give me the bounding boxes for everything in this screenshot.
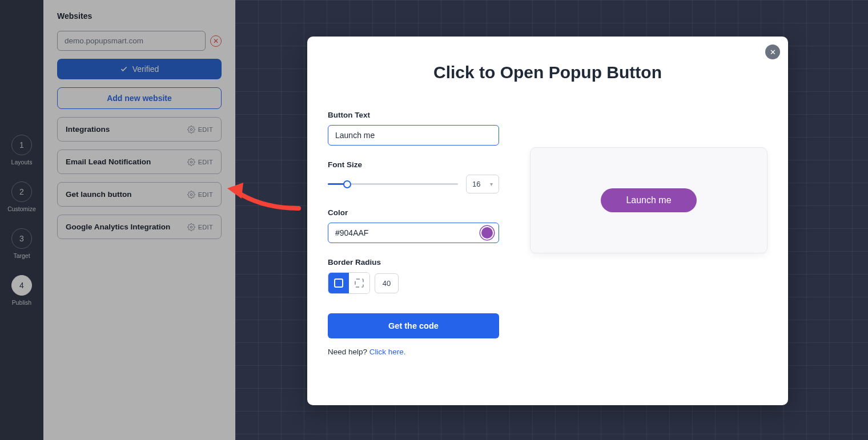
- button-text-input[interactable]: [328, 125, 499, 146]
- panel-integrations[interactable]: Integrations EDIT: [57, 117, 222, 142]
- step-label: Publish: [12, 299, 31, 306]
- modal-close-button[interactable]: ✕: [765, 45, 780, 59]
- svg-point-1: [190, 161, 192, 163]
- square-dashed-icon: [355, 278, 364, 288]
- panel-launch-button[interactable]: Get launch button EDIT: [57, 182, 222, 207]
- font-size-slider[interactable]: [328, 180, 458, 189]
- panel-title: Google Analytics Integration: [66, 223, 170, 231]
- form-column: Button Text Font Size 16 Color: [328, 111, 499, 356]
- panel-email-lead[interactable]: Email Lead Notification EDIT: [57, 150, 222, 174]
- color-input[interactable]: [335, 228, 480, 237]
- step-circle: 4: [11, 275, 32, 296]
- radius-filled-button[interactable]: [328, 273, 349, 293]
- website-row: ✕: [57, 31, 222, 51]
- stepper-nav: 1 Layouts 2 Customize 3 Target 4 Publish: [0, 0, 43, 440]
- button-text-label: Button Text: [328, 111, 499, 119]
- verified-label: Verified: [132, 64, 159, 74]
- verified-button[interactable]: Verified: [57, 59, 222, 79]
- font-size-group: Font Size 16: [328, 160, 499, 193]
- sidebar: Websites ✕ Verified Add new website Inte…: [43, 0, 235, 440]
- gear-icon: [187, 158, 195, 166]
- close-icon: ✕: [213, 38, 219, 45]
- panel-edit: EDIT: [187, 223, 213, 231]
- color-group: Color: [328, 208, 499, 243]
- close-icon: ✕: [770, 48, 776, 56]
- svg-point-0: [190, 128, 192, 131]
- svg-point-3: [190, 226, 192, 228]
- get-code-button[interactable]: Get the code: [328, 313, 499, 338]
- help-text: Need help? Click here.: [328, 348, 499, 356]
- panel-edit: EDIT: [187, 126, 213, 134]
- step-label: Layouts: [11, 159, 33, 165]
- add-website-button[interactable]: Add new website: [57, 87, 222, 109]
- gear-icon: [187, 191, 195, 199]
- preview-launch-button[interactable]: Launch me: [601, 188, 696, 212]
- border-radius-label: Border Radius: [328, 258, 499, 267]
- color-swatch[interactable]: [480, 226, 494, 240]
- website-input[interactable]: [57, 31, 206, 51]
- svg-point-2: [190, 193, 192, 196]
- radius-toggle: [328, 272, 370, 294]
- check-icon: [120, 65, 128, 73]
- help-link[interactable]: Click here.: [369, 348, 406, 356]
- border-radius-input[interactable]: [375, 273, 399, 293]
- panel-title: Get launch button: [66, 190, 132, 199]
- panel-title: Email Lead Notification: [66, 158, 151, 166]
- step-target[interactable]: 3 Target: [11, 228, 32, 259]
- color-input-wrap: [328, 223, 499, 243]
- step-layouts[interactable]: 1 Layouts: [11, 135, 33, 165]
- slider-thumb[interactable]: [343, 180, 351, 188]
- font-size-select[interactable]: 16: [466, 175, 499, 193]
- gear-icon: [187, 126, 195, 134]
- button-text-group: Button Text: [328, 111, 499, 146]
- radius-dashed-button[interactable]: [349, 273, 369, 293]
- step-label: Customize: [7, 205, 36, 212]
- square-filled-icon: [334, 278, 343, 288]
- panel-title: Integrations: [66, 125, 110, 134]
- font-size-label: Font Size: [328, 160, 499, 169]
- step-label: Target: [13, 252, 30, 259]
- websites-header: Websites: [57, 11, 222, 21]
- step-publish[interactable]: 4 Publish: [11, 275, 32, 306]
- launch-button-modal: ✕ Click to Open Popup Button Button Text…: [307, 37, 788, 405]
- color-label: Color: [328, 208, 499, 217]
- panel-edit: EDIT: [187, 158, 213, 166]
- step-circle: 3: [11, 228, 32, 249]
- preview-card: Launch me: [530, 147, 767, 253]
- panel-edit: EDIT: [187, 191, 213, 199]
- preview-column: Launch me: [530, 111, 767, 356]
- remove-website-button[interactable]: ✕: [210, 35, 222, 47]
- modal-title: Click to Open Popup Button: [328, 63, 767, 82]
- gear-icon: [187, 223, 195, 231]
- step-circle: 2: [11, 181, 32, 202]
- step-circle: 1: [11, 135, 32, 155]
- step-customize[interactable]: 2 Customize: [7, 181, 36, 212]
- border-radius-group: Border Radius: [328, 258, 499, 294]
- panel-google-analytics[interactable]: Google Analytics Integration EDIT: [57, 215, 222, 239]
